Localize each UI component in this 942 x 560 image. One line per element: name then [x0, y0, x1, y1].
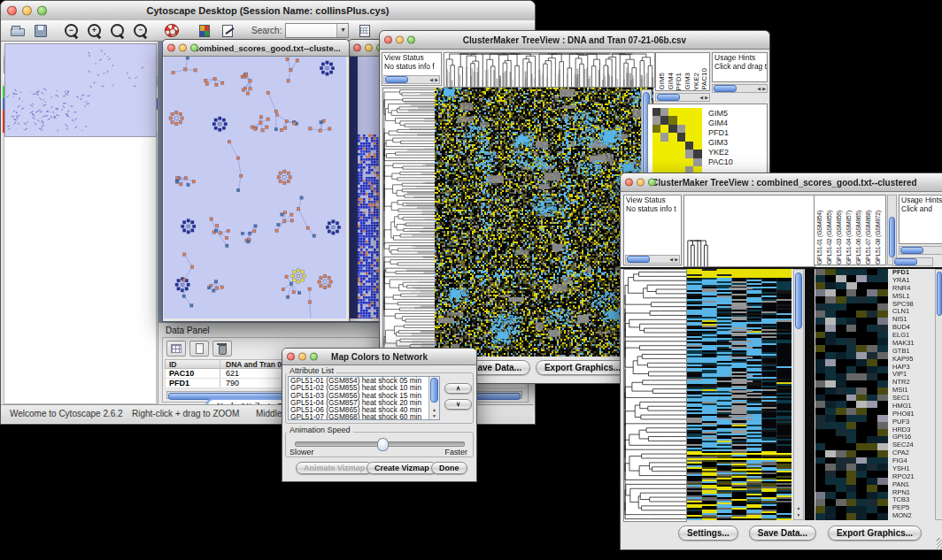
- minimize-icon[interactable]: [396, 36, 404, 44]
- scrollbar-thumb[interactable]: [627, 256, 650, 263]
- summary-heatmap[interactable]: [815, 269, 888, 520]
- close-icon[interactable]: [287, 353, 295, 361]
- column-label[interactable]: PFD1: [675, 73, 683, 90]
- treeview-button[interactable]: Settings...: [678, 525, 738, 541]
- maximize-icon[interactable]: [190, 44, 198, 52]
- toolbar-icon[interactable]: [9, 23, 27, 39]
- column-label[interactable]: GPL51-06 (GSM865): [855, 211, 865, 265]
- toolbar-icon[interactable]: [86, 23, 104, 39]
- toolbar-icon[interactable]: [109, 23, 127, 39]
- column-label[interactable]: PAC10: [700, 68, 709, 90]
- status-scrollbar[interactable]: [383, 75, 440, 84]
- animation-speed-slider[interactable]: [295, 441, 465, 447]
- search-input[interactable]: [285, 23, 349, 38]
- slider-thumb[interactable]: [377, 438, 389, 451]
- scrollbar-thumb[interactable]: [714, 85, 737, 92]
- column-label[interactable]: GIM5: [658, 73, 667, 90]
- toolbar-icon[interactable]: [196, 23, 213, 39]
- toolbar-icon[interactable]: [32, 23, 50, 39]
- close-icon[interactable]: [625, 179, 633, 187]
- minimize-icon[interactable]: [298, 353, 306, 361]
- column-label[interactable]: GPL51-07 (GSM868): [865, 211, 875, 265]
- similarity-matrix[interactable]: [652, 108, 702, 175]
- dialog-titlebar[interactable]: Map Colors to Network: [282, 349, 476, 365]
- column-dendrogram[interactable]: [444, 52, 655, 88]
- treeview1-titlebar[interactable]: ClusterMaker TreeView : DNA and Tran 07-…: [380, 31, 769, 50]
- close-icon[interactable]: [353, 44, 361, 52]
- close-icon[interactable]: [167, 44, 175, 52]
- labels-scrollbar[interactable]: [887, 195, 897, 265]
- animate-vizmap-button[interactable]: Animate Vizmap: [296, 462, 373, 474]
- list-scrollbar[interactable]: [429, 377, 439, 419]
- toolbar-icon[interactable]: [219, 23, 236, 39]
- column-label[interactable]: YKE2: [692, 73, 701, 90]
- toolbar-icon[interactable]: [163, 23, 181, 39]
- network-overview-thumbnail[interactable]: [4, 43, 157, 137]
- scroll-right-icon[interactable]: [704, 94, 709, 101]
- gene-label[interactable]: PFD1: [708, 128, 733, 138]
- minimize-icon[interactable]: [365, 44, 373, 52]
- maximize-icon[interactable]: [37, 6, 47, 16]
- column-dendrogram[interactable]: [683, 195, 815, 267]
- resize-grip[interactable]: [937, 538, 942, 548]
- treeview-button[interactable]: Export Graphics...: [828, 525, 922, 541]
- maximize-icon[interactable]: [310, 353, 318, 361]
- minimize-icon[interactable]: [22, 6, 32, 16]
- network-view-canvas[interactable]: [164, 57, 346, 318]
- hints-scrollbar[interactable]: [899, 246, 942, 255]
- treeview-button[interactable]: Save Data...: [749, 525, 816, 541]
- column-label[interactable]: GPL51-04 (GSM857): [845, 211, 855, 265]
- row-dendrogram[interactable]: [623, 269, 687, 522]
- scrollbar-thumb[interactable]: [900, 247, 923, 254]
- scroll-right-icon[interactable]: [674, 256, 679, 263]
- treeview-button[interactable]: Export Graphics...: [536, 360, 629, 375]
- dropdown-arrow-icon[interactable]: [336, 24, 348, 37]
- status-scrollbar[interactable]: [625, 255, 680, 264]
- heatmap-vertical-scrollbar[interactable]: [793, 269, 804, 520]
- done-button[interactable]: Done: [431, 462, 467, 474]
- maximize-icon[interactable]: [407, 36, 415, 44]
- move-up-button[interactable]: ∧: [444, 383, 472, 394]
- id-column[interactable]: ID: [166, 360, 220, 369]
- attribute-item[interactable]: GPL51-07 (GSM868) heat shock 60 min: [289, 413, 429, 419]
- toolbar-icon[interactable]: [132, 23, 150, 39]
- scroll-up-icon[interactable]: [429, 407, 439, 413]
- column-label[interactable]: GIM4: [667, 73, 676, 90]
- column-label[interactable]: GPL51-02 (GSM855): [826, 211, 836, 265]
- column-label[interactable]: GPL51-01 (GSM854): [816, 211, 826, 265]
- minimize-icon[interactable]: [637, 179, 645, 187]
- data-panel-icon[interactable]: [166, 341, 186, 357]
- heatmap-canvas[interactable]: [687, 269, 791, 520]
- toolbar-icon[interactable]: [63, 23, 81, 39]
- gene-label[interactable]: GIM3: [708, 138, 733, 148]
- gene-vertical-scrollbar[interactable]: [935, 269, 942, 520]
- gene-label[interactable]: GIM4: [708, 119, 733, 128]
- dense-network-canvas[interactable]: [350, 57, 381, 318]
- scrollbar-thumb[interactable]: [937, 272, 942, 316]
- scroll-right-icon[interactable]: [761, 85, 767, 92]
- scrollbar-thumb[interactable]: [657, 94, 680, 101]
- move-down-button[interactable]: ∨: [444, 399, 472, 410]
- scrollbar-thumb[interactable]: [889, 217, 895, 257]
- import-table-icon[interactable]: [356, 23, 374, 39]
- create-vizmap-button[interactable]: Create Vizmap: [367, 462, 437, 474]
- minimize-icon[interactable]: [179, 44, 187, 52]
- data-panel-icon[interactable]: [189, 341, 209, 357]
- scrollbar-thumb[interactable]: [894, 258, 917, 265]
- close-icon[interactable]: [7, 6, 17, 16]
- column-label[interactable]: GPL51-03 (GSM856): [836, 211, 845, 265]
- scroll-up-icon[interactable]: [794, 504, 803, 511]
- close-icon[interactable]: [384, 36, 392, 44]
- data-panel-icon[interactable]: [212, 341, 232, 357]
- scrollbar-thumb[interactable]: [385, 76, 408, 83]
- attribute-list[interactable]: GPL51-01 (GSM854) heat shock 05 minGPL51…: [288, 376, 440, 420]
- gene-list-scrollbar[interactable]: [892, 257, 933, 266]
- scrollbar-thumb[interactable]: [430, 378, 438, 403]
- scroll-down-icon[interactable]: [429, 413, 439, 419]
- gene-label[interactable]: YKE2: [708, 148, 733, 157]
- gene-label[interactable]: MON2: [892, 512, 933, 520]
- network-titlebar[interactable]: combined_scores_good.txt--cluste...: [163, 40, 349, 57]
- maximize-icon[interactable]: [648, 179, 656, 187]
- main-titlebar[interactable]: Cytoscape Desktop (Session Name: collins…: [1, 1, 535, 21]
- row-dendrogram[interactable]: [382, 88, 436, 358]
